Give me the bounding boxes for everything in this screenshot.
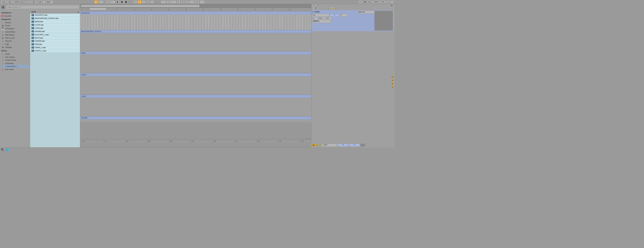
menu-icon[interactable]: ≡ (390, 1, 394, 4)
view-toggle-R[interactable]: R (391, 82, 394, 85)
capture-button[interactable]: ⊡ (146, 1, 150, 4)
tap-button[interactable]: Tap (7, 1, 13, 4)
status-icon[interactable]: ◐ (1, 148, 4, 151)
info-icon[interactable] (6, 148, 9, 151)
file-row[interactable]: ELECTRIC_1.wav (30, 33, 80, 36)
file-row[interactable]: CUES.wav (30, 26, 80, 30)
track-lane[interactable] (80, 98, 311, 116)
loop-brace[interactable] (89, 8, 106, 10)
track-volume[interactable]: 0 (330, 14, 339, 17)
place-livinghope--[interactable]: ▷LIVINGHOPE_7 (1, 65, 29, 68)
view-toggle-I-O[interactable]: I-O (391, 76, 394, 78)
hw-w[interactable]: W (317, 4, 320, 7)
unfold-icon[interactable]: ▭ (328, 7, 331, 9)
input-type[interactable]: Ext. In ▾ (358, 11, 375, 14)
punch-in-icon[interactable]: ⤵ (177, 1, 180, 4)
loop-length[interactable]: 4 . 0 . 0 (189, 1, 205, 4)
file-row[interactable]: ACOUSTIC.wav (30, 14, 80, 17)
file-row[interactable]: BASS.wav (30, 20, 80, 23)
automation-arm[interactable]: ∿ (138, 1, 141, 4)
session-rec[interactable]: ○ (150, 1, 154, 4)
file-row[interactable]: BACKGROUND_VOCALS.wav (30, 17, 80, 20)
pencil-icon[interactable]: ✎ (359, 1, 363, 4)
output-route[interactable]: Master ▾ (312, 20, 331, 23)
master-cue[interactable]: 0 (349, 144, 360, 146)
keyboard-icon[interactable]: ⌨ (363, 1, 367, 4)
link-button[interactable]: Link (1, 1, 6, 4)
view-toggle-S[interactable]: S (391, 79, 394, 82)
master-label[interactable]: Master (315, 144, 321, 146)
hw-h[interactable]: H (312, 4, 316, 7)
track-header[interactable]: CLICK (80, 73, 311, 76)
browser-collapse-icon[interactable]: ◖ (1, 5, 5, 9)
overdub-button[interactable]: + (133, 1, 137, 4)
category-drums[interactable]: ▦Drums (1, 24, 29, 27)
follow-button[interactable]: →• (94, 1, 98, 4)
metronome-toggle[interactable]: ◐ (38, 1, 42, 4)
search-input[interactable] (6, 5, 79, 9)
view-toggle-D[interactable]: D (391, 86, 394, 89)
set-button[interactable]: Set (389, 4, 394, 7)
track-header[interactable]: BACKGROUND_VOCALS (80, 30, 311, 33)
file-row[interactable]: KEYS.wav (30, 36, 80, 40)
monitor-auto[interactable]: Auto (318, 17, 325, 20)
file-row[interactable]: PIANO_1.wav (30, 46, 80, 49)
tempo-field[interactable]: 120.00 (13, 1, 20, 4)
track-lane[interactable] (80, 33, 311, 52)
category-instruments[interactable]: 🎹Instruments (1, 27, 29, 30)
master-grid[interactable]: ┆ 1/2 ▾ (322, 144, 337, 146)
category-plug-ins[interactable]: ▭Plug-Ins (1, 40, 29, 43)
file-row[interactable]: PAD.wav (30, 43, 80, 46)
place-downloads[interactable]: ▷Downloads (1, 62, 29, 65)
quantize-menu[interactable]: 1 Bar ▾ (43, 1, 53, 4)
file-row[interactable]: ORGAN.wav (30, 40, 80, 43)
record-button[interactable] (124, 1, 128, 4)
category-midi-effects[interactable]: ⚙MIDI Effects (1, 33, 29, 36)
dup-icon[interactable]: ⊕ (315, 7, 318, 9)
nudge-icon[interactable]: ┆┆ (25, 1, 29, 4)
favorites-item[interactable]: Favorites (1, 15, 29, 17)
stop-button[interactable] (120, 1, 124, 4)
reenable-auto[interactable]: ← (142, 1, 145, 4)
place-add-folder---[interactable]: ⊕Add Folder... (1, 68, 29, 71)
loop-start[interactable]: 3 . 1 . 1 (161, 1, 176, 4)
category-audio-effects[interactable]: ∿Audio Effects (1, 30, 29, 33)
disk-overload[interactable]: D (386, 1, 390, 4)
loop-button[interactable]: ⟲ (181, 1, 185, 4)
track-pan[interactable]: C (340, 14, 348, 17)
time-ruler[interactable]: 0:000:100:200:300:400:501:001:101:201:30… (80, 139, 311, 143)
fold-icon[interactable]: ↘ (325, 7, 328, 9)
category-samples[interactable]: ▦Samples (1, 46, 29, 49)
category-clips[interactable]: ▱Clips (1, 43, 29, 46)
metronome-icon[interactable]: ║║ (21, 1, 24, 4)
category-max-for-live[interactable]: ◧Max for Live (1, 37, 29, 40)
sig-denominator[interactable]: 4 (34, 1, 38, 4)
track-lane[interactable] (80, 119, 311, 122)
track-header[interactable]: BASS (80, 52, 311, 55)
track-lane[interactable] (80, 55, 311, 73)
add-icon[interactable]: ○ (312, 7, 315, 9)
monitor-off[interactable]: Off (326, 17, 331, 20)
monitor-in[interactable]: In (312, 17, 318, 20)
punch-out-icon[interactable]: ⤴ (185, 1, 189, 4)
category-sounds[interactable]: ♪Sounds (1, 21, 29, 24)
track-name[interactable]: 1 Audio (314, 11, 357, 14)
lock-icon[interactable]: 🔒 (331, 7, 334, 9)
track-lane[interactable] (80, 15, 311, 30)
track-header[interactable]: CUES (80, 95, 311, 98)
track-header[interactable]: ACOUSTIC (80, 11, 311, 14)
midi-map-button[interactable]: MIDI (373, 1, 379, 4)
track-header[interactable]: DRUMS (80, 116, 311, 119)
file-row[interactable]: DRUMS.wav (30, 30, 80, 33)
play-button[interactable] (116, 1, 119, 4)
key-map-button[interactable]: Key (367, 1, 373, 4)
file-list-header[interactable]: Name▴ (30, 10, 80, 13)
file-row[interactable]: SYNTH_1.wav (30, 49, 80, 52)
input-channel[interactable]: 1 ▾ (312, 14, 329, 17)
track-lane[interactable] (80, 76, 311, 95)
file-row[interactable]: CLICK.wav (30, 23, 80, 26)
place-user-library[interactable]: ▷User Library (1, 56, 29, 59)
position-display[interactable]: 167 . 3 . 3 (98, 1, 115, 4)
sig-numerator[interactable]: 4 (29, 1, 33, 4)
master-vol[interactable]: 0 (338, 144, 348, 146)
